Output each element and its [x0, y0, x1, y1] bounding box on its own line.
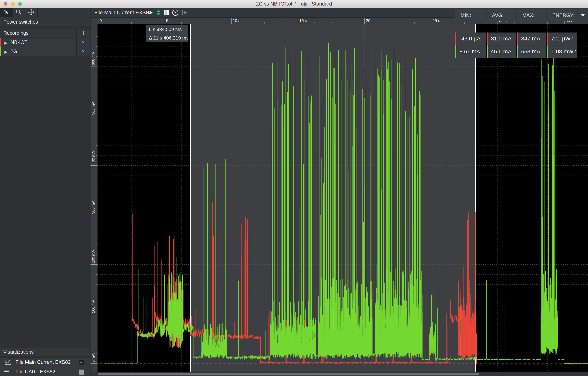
current-axis-major-tick	[91, 66, 97, 66]
time-axis-minor-tick	[464, 22, 465, 24]
stat-value-2g-min: 8.61 mA	[455, 45, 486, 58]
pan-tool-button[interactable]	[25, 8, 38, 17]
current-axis-minor-tick	[96, 284, 97, 285]
series-color-bar	[455, 45, 456, 58]
series-color-bar	[547, 32, 548, 45]
series-color-stripe	[0, 38, 1, 47]
stat-header-avg: AVG:	[487, 9, 516, 21]
visualization-row-1[interactable]: File Main Current EXS82✓	[0, 357, 90, 366]
expand-chevron-icon[interactable]: ▶	[4, 41, 7, 45]
time-axis-minor-tick	[481, 22, 481, 24]
cancel-icon[interactable]: ×	[172, 10, 178, 16]
stat-header-energy: ENERGY:	[547, 9, 577, 21]
fit-horizontal-icon[interactable]	[147, 10, 153, 15]
current-axis-minor-tick	[96, 334, 97, 334]
recordings-header: Recordings +	[0, 29, 90, 37]
time-axis-major-tick	[231, 18, 231, 24]
visualization-row-2[interactable]: File UART EXS82	[0, 367, 90, 376]
time-axis-minor-tick	[281, 22, 282, 24]
current-axis-minor-tick	[96, 136, 97, 136]
current-axis-tick-label: 600 mA	[91, 43, 97, 65]
time-axis-minor-tick	[148, 22, 148, 24]
time-axis-tick-label: 15 s	[299, 18, 307, 23]
time-axis-minor-tick	[181, 22, 182, 24]
series-color-bar	[487, 45, 488, 58]
visualizations-label: Visualizations	[3, 349, 34, 355]
stat-value-nb-iot-min: -43.0 µA	[455, 32, 486, 45]
time-axis-major-tick	[364, 18, 365, 24]
stat-value-2g-max: 653 mA	[517, 45, 546, 58]
tab-file-main-current[interactable]: File Main Current EXS82	[94, 8, 152, 17]
current-axis-major-tick	[91, 264, 97, 265]
current-axis-tick-label: 100 mA	[91, 291, 97, 313]
current-axis-minor-tick	[96, 235, 97, 235]
sidebar: Power switches Recordings + ▶NB-IOT×▶2G×…	[0, 8, 90, 376]
time-axis-tick-label: 25 s	[432, 18, 440, 23]
stat-header-min: MIN:	[455, 9, 486, 21]
time-axis-major-tick	[431, 18, 431, 24]
stat-value-2g-avg: 45.6 mA	[487, 45, 516, 58]
stat-header-max: MAX:	[517, 9, 546, 21]
select-cursor-icon	[3, 9, 10, 16]
recording-row-2g[interactable]: ▶2G×	[0, 47, 90, 56]
time-axis-minor-tick	[581, 22, 581, 24]
close-icon: ×	[82, 40, 85, 45]
series-color-bar	[487, 32, 488, 45]
time-axis-minor-tick	[131, 22, 132, 24]
visualizations-header: Visualizations	[0, 348, 90, 356]
stop-icon[interactable]	[164, 10, 168, 15]
tools-toolbar	[0, 8, 90, 18]
otii-window: 2G vs NB-IOT.otii* - otii - Standard	[0, 0, 588, 376]
magnifier-icon	[15, 9, 22, 16]
expand-chevron-icon[interactable]: ▶	[4, 50, 7, 54]
current-axis-major-tick	[91, 215, 97, 215]
current-axis-major-tick	[91, 364, 97, 364]
visibility-checkbox[interactable]	[79, 370, 84, 375]
recording-row-nb-iot[interactable]: ▶NB-IOT×	[0, 38, 90, 47]
current-axis-minor-tick	[96, 225, 97, 225]
time-axis-major-tick	[98, 18, 98, 24]
visualization-label: File UART EXS82	[16, 367, 55, 376]
time-axis-minor-tick	[531, 22, 531, 24]
time-axis-tick-label: 0	[100, 18, 102, 23]
time-axis-major-tick	[298, 18, 298, 24]
remove-recording-button[interactable]: ×	[76, 47, 90, 56]
series-color-bar	[455, 32, 456, 45]
selection-start-time: 6 s 934.509 ms	[149, 26, 188, 33]
visualization-label: File Main Current EXS82	[16, 358, 71, 366]
current-axis-major-tick	[91, 116, 97, 116]
close-icon: ×	[82, 49, 85, 54]
horizontal-scrollbar[interactable]	[91, 372, 588, 376]
step-icon[interactable]	[182, 10, 187, 15]
fit-vertical-icon[interactable]	[156, 10, 160, 15]
waveform-chart[interactable]	[97, 24, 588, 372]
select-tool-button[interactable]	[0, 8, 12, 17]
recordings-label: Recordings	[3, 30, 29, 36]
time-axis-minor-tick	[115, 22, 115, 24]
series-color-bar	[517, 32, 518, 45]
stats-dropdown-button[interactable]	[578, 9, 588, 21]
selection-delta-time: Δ 21 s 406.219 ms	[149, 34, 188, 42]
series-color-bar	[547, 45, 548, 58]
titlebar: 2G vs NB-IOT.otii* - otii - Standard	[0, 0, 588, 8]
current-axis-major-tick	[91, 165, 97, 166]
current-axis-minor-tick	[96, 175, 97, 176]
chevron-down-icon	[581, 14, 585, 17]
add-recording-button[interactable]: +	[76, 29, 90, 37]
current-axis-tick-label: 200 mA	[91, 241, 97, 263]
current-axis-minor-tick	[96, 185, 97, 185]
time-axis-minor-tick	[331, 22, 332, 24]
current-axis: 0 mA100 mA200 mA300 mA400 mA500 mA600 mA	[91, 24, 97, 372]
current-axis-minor-tick	[96, 324, 97, 324]
recording-name: NB-IOT	[10, 38, 28, 47]
stat-value-2g-energy: 1.03 mWh	[547, 45, 577, 58]
zoom-tool-button[interactable]	[12, 8, 25, 17]
time-axis-minor-tick	[348, 22, 348, 24]
scrollbar-thumb[interactable]	[98, 373, 479, 376]
stat-value-nb-iot-max: 347 mA	[517, 32, 546, 45]
current-axis-minor-tick	[96, 274, 97, 275]
power-switches-label: Power switches	[3, 19, 38, 25]
remove-recording-button[interactable]: ×	[76, 38, 90, 47]
visibility-checkbox[interactable]: ✓	[79, 360, 84, 365]
current-axis-tick-label: 400 mA	[91, 142, 97, 164]
